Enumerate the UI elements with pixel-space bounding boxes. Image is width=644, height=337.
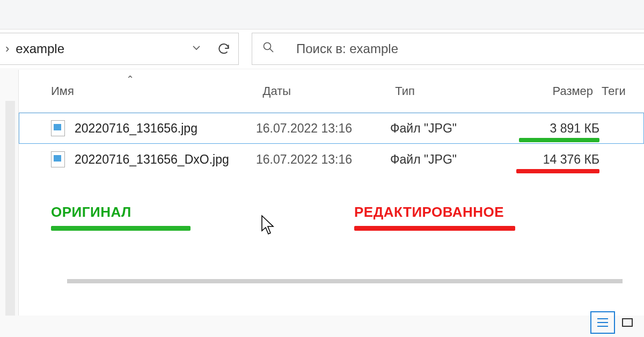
cursor-icon xyxy=(260,215,276,239)
file-type: Файл "JPG" xyxy=(390,152,508,167)
view-mode-switcher xyxy=(591,312,639,333)
svg-rect-5 xyxy=(623,319,632,326)
file-list-area: ⌃ Имя Даты Тип Размер Теги 20220716_1316… xyxy=(18,70,644,316)
annotation-underline-green xyxy=(519,138,599,142)
header-type-label: Тип xyxy=(395,84,415,98)
nav-pane-scrollbar[interactable] xyxy=(5,101,15,316)
annotation-edited-label: РЕДАКТИРОВАННОЕ xyxy=(354,204,515,221)
header-tags[interactable]: Теги xyxy=(602,84,644,98)
header-type[interactable]: Тип xyxy=(395,84,511,98)
file-name: 20220716_131656_DxO.jpg xyxy=(75,152,229,167)
svg-line-1 xyxy=(270,49,273,52)
svg-point-0 xyxy=(264,43,271,50)
refresh-icon[interactable] xyxy=(217,42,231,56)
annotation-original-label: ОРИГИНАЛ xyxy=(51,204,191,221)
breadcrumb-folder[interactable]: example xyxy=(16,41,191,56)
search-icon xyxy=(262,41,275,57)
file-date: 16.07.2022 13:16 xyxy=(256,152,390,167)
file-row[interactable]: 20220716_131656_DxO.jpg 16.07.2022 13:16… xyxy=(19,144,644,175)
annotations: ОРИГИНАЛ РЕДАКТИРОВАННОЕ xyxy=(51,204,612,231)
header-name-label: Имя xyxy=(51,84,74,98)
search-placeholder: Поиск в: example xyxy=(296,41,398,56)
file-name: 20220716_131656.jpg xyxy=(75,121,197,136)
file-size-value: 3 891 КБ xyxy=(550,121,599,135)
annotation-bar-red xyxy=(354,226,515,231)
file-size: 3 891 КБ xyxy=(508,121,599,136)
header-name[interactable]: ⌃ Имя xyxy=(51,84,263,98)
header-size-label: Размер xyxy=(552,84,593,98)
annotation-bar-green xyxy=(51,226,191,231)
thumbnails-view-icon[interactable] xyxy=(616,312,639,333)
chevron-down-icon[interactable] xyxy=(191,41,202,56)
breadcrumb-chevron-icon[interactable]: › xyxy=(5,42,9,56)
annotation-edited: РЕДАКТИРОВАННОЕ xyxy=(354,204,515,231)
annotation-underline-red xyxy=(516,169,599,173)
annotation-original: ОРИГИНАЛ xyxy=(51,204,191,231)
header-size[interactable]: Размер xyxy=(511,84,602,98)
image-file-icon xyxy=(51,120,65,136)
horizontal-scrollbar[interactable] xyxy=(67,279,623,283)
window-top-strip xyxy=(0,0,644,30)
header-tags-label: Теги xyxy=(602,84,626,98)
header-date-label: Даты xyxy=(263,84,291,98)
column-headers: ⌃ Имя Даты Тип Размер Теги xyxy=(19,70,644,113)
file-type: Файл "JPG" xyxy=(390,121,508,136)
header-date[interactable]: Даты xyxy=(263,84,396,98)
address-bar[interactable]: › example xyxy=(0,33,239,65)
search-bar[interactable]: Поиск в: example xyxy=(252,33,644,65)
file-size-value: 14 376 КБ xyxy=(543,152,599,166)
toolbar: › example Поиск в: example xyxy=(0,30,644,68)
sort-caret-icon: ⌃ xyxy=(126,74,134,85)
details-view-icon[interactable] xyxy=(591,312,614,333)
file-date: 16.07.2022 13:16 xyxy=(256,121,390,136)
file-size: 14 376 КБ xyxy=(508,152,599,167)
file-row[interactable]: 20220716_131656.jpg 16.07.2022 13:16 Фай… xyxy=(19,113,644,144)
image-file-icon xyxy=(51,151,65,167)
